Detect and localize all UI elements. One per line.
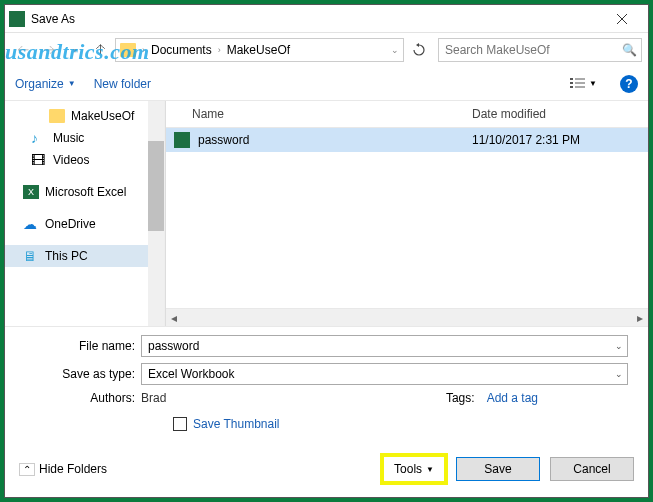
excel-app-icon <box>9 11 25 27</box>
save-as-dialog: Save As usandtrics.com 🡠 🡢 ▾ 🡡 › Documen… <box>4 4 649 498</box>
help-button[interactable]: ? <box>620 75 638 93</box>
scroll-left-icon[interactable]: ◂ <box>166 310 182 326</box>
authors-label: Authors: <box>25 391 141 405</box>
tree-item-onedrive[interactable]: ☁ OneDrive <box>5 213 164 235</box>
authors-value[interactable]: Brad <box>141 391 166 405</box>
horizontal-scrollbar[interactable]: ◂ ▸ <box>166 308 648 326</box>
recent-dropdown[interactable]: ▾ <box>63 38 87 62</box>
navigation-bar: 🡠 🡢 ▾ 🡡 › Documents › MakeUseOf ⌄ 🔍 <box>5 33 648 67</box>
new-folder-button[interactable]: New folder <box>94 77 151 91</box>
video-icon: 🎞 <box>31 153 47 167</box>
svg-rect-4 <box>570 86 573 88</box>
column-headers[interactable]: Name Date modified <box>166 101 648 128</box>
tree-scroll-thumb[interactable] <box>148 141 164 231</box>
save-thumbnail-label: Save Thumbnail <box>193 417 280 431</box>
chevron-down-icon: ▼ <box>426 465 434 474</box>
chevron-down-icon[interactable]: ⌄ <box>615 341 623 351</box>
tree-item-videos[interactable]: 🎞 Videos <box>5 149 164 171</box>
filename-combo[interactable]: ⌄ <box>141 335 628 357</box>
excel-file-icon <box>174 132 190 148</box>
search-icon: 🔍 <box>622 43 637 57</box>
chevron-down-icon[interactable]: ⌄ <box>391 45 399 55</box>
chevron-right-icon: › <box>218 45 221 55</box>
view-options-button[interactable]: ▼ <box>564 74 602 94</box>
save-form: File name: ⌄ Save as type: ⌄ Authors: Br… <box>5 326 648 445</box>
svg-rect-2 <box>570 78 573 80</box>
organize-button[interactable]: Organize ▼ <box>15 77 76 91</box>
refresh-icon <box>412 43 426 57</box>
tree-item-thispc[interactable]: 🖥 This PC <box>5 245 164 267</box>
tree-item-excel[interactable]: X Microsoft Excel <box>5 181 164 203</box>
file-list-pane: Name Date modified password 11/10/2017 2… <box>165 101 648 326</box>
up-button[interactable]: 🡡 <box>89 38 113 62</box>
onedrive-icon: ☁ <box>23 217 39 231</box>
tags-label: Tags: <box>446 391 481 405</box>
cancel-button[interactable]: Cancel <box>550 457 634 481</box>
column-date[interactable]: Date modified <box>472 107 640 121</box>
search-input[interactable] <box>443 42 622 58</box>
breadcrumb-makeuseof[interactable]: MakeUseOf <box>227 43 290 57</box>
address-bar[interactable]: › Documents › MakeUseOf ⌄ <box>115 38 404 62</box>
filetype-combo[interactable]: ⌄ <box>141 363 628 385</box>
column-name[interactable]: Name <box>174 107 472 121</box>
tools-button[interactable]: Tools ▼ <box>384 457 444 481</box>
filename-label: File name: <box>25 339 141 353</box>
tools-highlight: Tools ▼ <box>382 455 446 483</box>
close-button[interactable] <box>600 5 644 33</box>
view-icon <box>569 77 587 91</box>
chevron-down-icon: ▼ <box>68 79 76 88</box>
filename-input[interactable] <box>146 338 615 354</box>
scroll-right-icon[interactable]: ▸ <box>632 310 648 326</box>
tree-item-music[interactable]: ♪ Music <box>5 127 164 149</box>
folder-icon <box>120 43 136 57</box>
navigation-tree[interactable]: MakeUseOf ♪ Music 🎞 Videos X Microsoft E… <box>5 101 165 326</box>
dialog-body: MakeUseOf ♪ Music 🎞 Videos X Microsoft E… <box>5 101 648 326</box>
svg-rect-3 <box>570 82 573 84</box>
save-button[interactable]: Save <box>456 457 540 481</box>
pc-icon: 🖥 <box>23 249 39 263</box>
close-icon <box>617 14 627 24</box>
forward-button[interactable]: 🡢 <box>37 38 61 62</box>
chevron-down-icon: ▼ <box>589 79 597 88</box>
filetype-input[interactable] <box>146 366 615 382</box>
chevron-down-icon[interactable]: ⌄ <box>615 369 623 379</box>
search-box[interactable]: 🔍 <box>438 38 642 62</box>
chevron-up-icon: ⌃ <box>19 463 35 476</box>
file-row[interactable]: password 11/10/2017 2:31 PM <box>166 128 648 152</box>
save-thumbnail-checkbox[interactable] <box>173 417 187 431</box>
filetype-label: Save as type: <box>25 367 141 381</box>
back-button[interactable]: 🡠 <box>11 38 35 62</box>
chevron-right-icon: › <box>142 45 145 55</box>
breadcrumb-documents[interactable]: Documents <box>151 43 212 57</box>
file-list[interactable]: password 11/10/2017 2:31 PM <box>166 128 648 308</box>
file-name: password <box>198 133 472 147</box>
tags-value[interactable]: Add a tag <box>487 391 538 405</box>
dialog-footer: ⌃ Hide Folders Tools ▼ Save Cancel <box>5 445 648 497</box>
music-icon: ♪ <box>31 131 47 145</box>
file-date: 11/10/2017 2:31 PM <box>472 133 640 147</box>
hide-folders-button[interactable]: ⌃ Hide Folders <box>19 462 107 476</box>
toolbar: Organize ▼ New folder ▼ ? <box>5 67 648 101</box>
excel-icon: X <box>23 185 39 199</box>
window-title: Save As <box>31 12 600 26</box>
tree-item-makeuseof[interactable]: MakeUseOf <box>5 105 164 127</box>
titlebar: Save As <box>5 5 648 33</box>
folder-icon <box>49 109 65 123</box>
refresh-button[interactable] <box>406 38 432 62</box>
